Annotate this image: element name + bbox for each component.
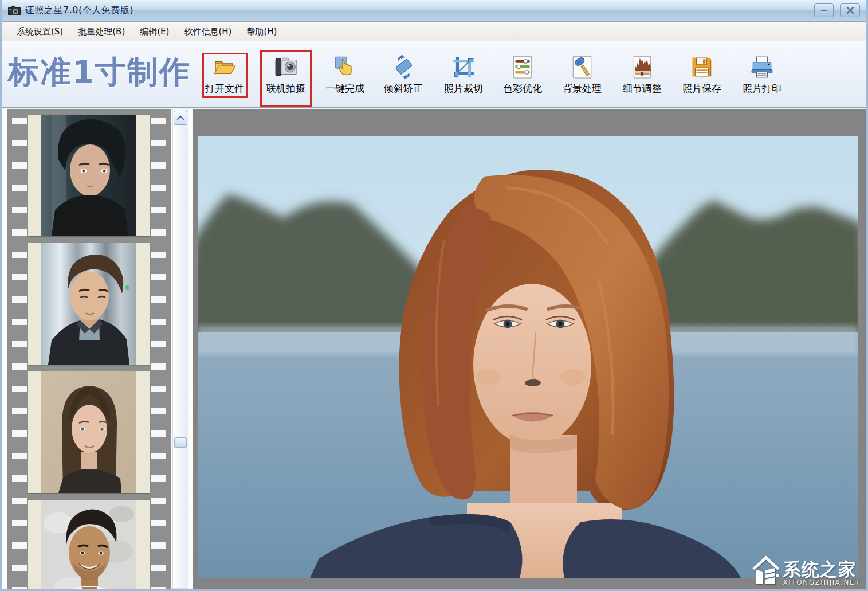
print-icon xyxy=(750,55,774,79)
watermark: 系统之家 XITONGZHIJIA.NET xyxy=(751,554,860,586)
annotation-box-camera-capture xyxy=(260,50,312,107)
thumbnail-3[interactable] xyxy=(28,371,150,493)
scrollbar-thumb[interactable] xyxy=(174,437,187,448)
color-sliders-icon xyxy=(510,55,535,79)
menu-item-help[interactable]: 帮助(H) xyxy=(239,22,284,41)
photo-sidebar xyxy=(2,109,193,589)
thumbnail-2-photo xyxy=(41,243,136,365)
toolbar-button-label: 照片打印 xyxy=(743,82,781,95)
toolbar-button-one-click-finish[interactable]: 一键完成 xyxy=(322,55,368,104)
toolbar-button-label: 照片保存 xyxy=(682,82,721,95)
thumbnail-4[interactable] xyxy=(28,500,150,589)
toolbar-button-label: 一键完成 xyxy=(325,82,364,95)
toolbar-button-color-optimize[interactable]: 色彩优化 xyxy=(500,55,545,104)
mode-title: 标准1寸制作 xyxy=(8,52,191,93)
thumbnail-3-photo xyxy=(41,371,136,493)
toolbar-button-label: 色彩优化 xyxy=(503,82,542,95)
filmstrip-holes-left xyxy=(12,109,27,589)
menu-item-software-info[interactable]: 软件信息(H) xyxy=(176,22,239,41)
main-photo xyxy=(198,136,858,578)
scroll-up-button[interactable] xyxy=(174,111,187,125)
menu-item-system-settings[interactable]: 系统设置(S) xyxy=(9,22,70,41)
menu-item-edit[interactable]: 编辑(E) xyxy=(132,22,176,41)
watermark-domain: XITONGZHIJIA.NET xyxy=(783,578,860,586)
one-click-hand-icon xyxy=(333,55,357,79)
filmstrip-holes-right xyxy=(151,109,166,589)
toolbar-button-tilt-correct[interactable]: 倾斜矫正 xyxy=(380,55,426,104)
toolbar-button-detail-adjust[interactable]: 细节调整 xyxy=(619,55,665,104)
toolbar-button-label: 背景处理 xyxy=(563,82,602,95)
background-brush-icon xyxy=(570,55,594,79)
toolbar-button-label: 照片裁切 xyxy=(444,82,483,95)
toolbar-button-label: 细节调整 xyxy=(623,82,662,95)
app-window: 证照之星7.0(个人免费版) 系统设置(S) 批量处理(B) 编辑(E) 软件信… xyxy=(0,0,868,591)
editing-workspace: 系统之家 XITONGZHIJIA.NET xyxy=(193,109,866,589)
toolbar-button-photo-save[interactable]: 照片保存 xyxy=(679,55,725,104)
thumbnail-2[interactable] xyxy=(28,243,150,365)
detail-histogram-icon xyxy=(630,55,654,79)
title-bar: 证照之星7.0(个人免费版) xyxy=(0,0,868,22)
annotation-box-open-file xyxy=(202,53,248,98)
toolbar-button-photo-crop[interactable]: 照片裁切 xyxy=(441,55,486,104)
photo-crop-icon xyxy=(451,55,476,79)
toolbar: 标准1寸制作 打开文件 联机拍摄 xyxy=(2,41,866,108)
save-floppy-icon xyxy=(690,55,714,79)
watermark-house-icon xyxy=(751,554,781,586)
menu-item-batch-process[interactable]: 批量处理(B) xyxy=(70,22,132,41)
main-photo-canvas[interactable] xyxy=(198,136,858,578)
sidebar-scrollbar[interactable] xyxy=(172,109,188,589)
app-icon xyxy=(8,6,21,15)
thumbnail-1-photo xyxy=(41,115,136,236)
thumbnail-4-photo xyxy=(41,500,136,589)
window-title: 证照之星7.0(个人免费版) xyxy=(25,5,133,17)
thumbnail-1[interactable] xyxy=(28,115,150,236)
toolbar-button-label: 倾斜矫正 xyxy=(384,82,423,95)
tilt-correct-icon xyxy=(391,55,415,79)
watermark-brand: 系统之家 xyxy=(783,560,857,578)
chevron-up-icon xyxy=(176,115,184,120)
close-button[interactable] xyxy=(840,3,860,17)
filmstrip xyxy=(7,109,171,589)
toolbar-button-photo-print[interactable]: 照片打印 xyxy=(739,55,785,104)
minimize-icon xyxy=(820,6,828,14)
menu-bar: 系统设置(S) 批量处理(B) 编辑(E) 软件信息(H) 帮助(H) xyxy=(2,22,866,41)
close-icon xyxy=(846,6,854,14)
minimize-button[interactable] xyxy=(814,3,834,17)
toolbar-button-background-process[interactable]: 背景处理 xyxy=(559,55,605,104)
content-area: 系统之家 XITONGZHIJIA.NET xyxy=(2,109,866,589)
